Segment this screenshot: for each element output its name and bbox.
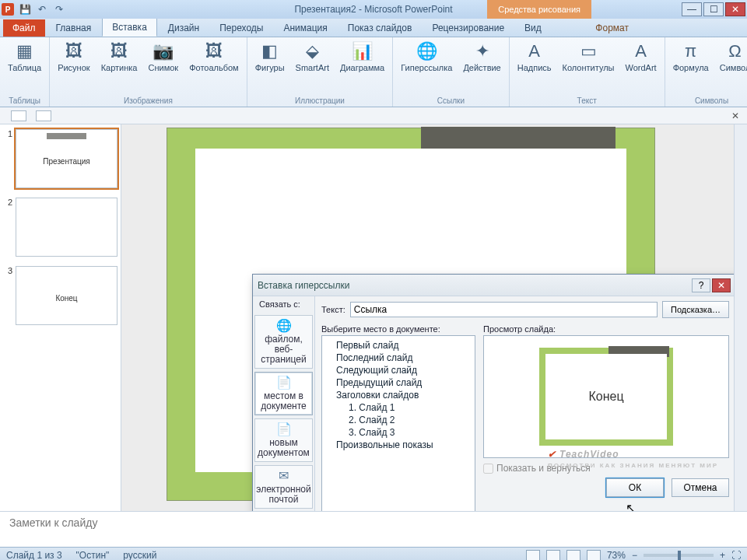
status-bar: Слайд 1 из 3 "Остин" русский 73% − + ⛶ [0,547,747,560]
thumbnail-slide-3[interactable]: Конец [16,266,117,325]
tab-design[interactable]: Дизайн [159,19,209,37]
tab-slideshow[interactable]: Показ слайдов [338,19,422,37]
symbol-button[interactable]: ΩСимвол [717,39,747,95]
zoom-in-button[interactable]: + [720,550,725,560]
action-button[interactable]: ✦Действие [460,39,503,95]
contextual-tab-drawing[interactable]: Средства рисования [487,0,591,19]
tab-home[interactable]: Главная [47,19,101,37]
group-label: Текст [577,95,597,107]
close-button[interactable]: ✕ [725,2,745,16]
tree-custom-shows[interactable]: Произвольные показы [327,439,470,451]
link-new-doc[interactable]: 📄новым документом [254,418,313,462]
titlebar: P 💾 ↶ ↷ Презентация2 - Microsoft PowerPo… [0,0,747,19]
notes-pane[interactable]: Заметки к слайду [0,511,747,547]
tree-last-slide[interactable]: Последний слайд [327,352,470,364]
thumb-number: 2 [3,198,12,257]
photoalbum-button[interactable]: 🖼Фотоальбом [186,39,242,95]
ribbon-tabs: Файл Главная Вставка Дизайн Переходы Ани… [0,19,747,37]
tab-transitions[interactable]: Переходы [210,19,272,37]
save-icon[interactable]: 💾 [19,3,31,16]
action-icon: ✦ [472,40,493,62]
vertical-scrollbar[interactable] [734,124,747,511]
close-pane-icon[interactable]: ✕ [731,110,739,121]
shapes-button[interactable]: ◧Фигуры [252,39,288,95]
ribbon-group-illustrations: ◧Фигуры ⬙SmartArt 📊Диаграмма Иллюстрации [247,37,394,107]
link-file-web[interactable]: 🌐файлом, веб-страницей [254,315,313,369]
headerfooter-button[interactable]: ▭Колонтитулы [559,39,618,95]
group-label: Таблицы [9,95,40,107]
equation-button[interactable]: πФормула [670,39,712,95]
minimize-button[interactable]: — [682,2,702,16]
link-place-doc[interactable]: 📄местом в документе [254,372,313,415]
tree-prev-slide[interactable]: Предыдущий слайд [327,376,470,389]
link-email[interactable]: ✉электронной почтой [254,465,313,509]
wordart-button[interactable]: AWordArt [622,39,660,95]
group-label: Иллюстрации [295,95,345,107]
textbox-button[interactable]: AНадпись [514,39,555,95]
clipart-icon: 🖼 [108,40,130,62]
thumb-row: 3 Конец [3,266,117,325]
undo-icon[interactable]: ↶ [36,3,48,16]
reading-view-button[interactable] [566,550,580,560]
ok-button[interactable]: ОК [606,478,664,497]
app-icon: P [2,3,14,16]
tab-animation[interactable]: Анимация [274,19,336,37]
dialog-close-button[interactable]: ✕ [712,278,731,292]
clipart-button[interactable]: 🖼Картинка [98,39,141,95]
redo-icon[interactable]: ↷ [53,3,65,16]
headerfooter-icon: ▭ [577,40,599,62]
wordart-icon: A [630,40,652,62]
link-target-sidebar: 🌐файлом, веб-страницей 📄местом в докумен… [253,296,315,511]
tree-slide-1[interactable]: 1. Слайд 1 [327,401,470,414]
ribbon-group-symbols: πФормула ΩСимвол Символы [665,37,747,107]
thumbnail-slide-2[interactable] [16,198,117,257]
tree-slide-titles[interactable]: Заголовки слайдов [327,389,470,401]
thumb-row: 1 Презентация [3,129,117,188]
screenshot-button[interactable]: 📷Снимок [145,39,181,95]
screentip-button[interactable]: Подсказка… [662,301,729,318]
table-button[interactable]: ▦Таблица [5,39,44,95]
picture-button[interactable]: 🖼Рисунок [54,39,93,95]
ribbon: ▦Таблица Таблицы 🖼Рисунок 🖼Картинка 📷Сни… [0,37,747,107]
smartart-button[interactable]: ⬙SmartArt [293,39,332,95]
chart-icon: 📊 [352,40,374,62]
thumbnail-slide-1[interactable]: Презентация [16,129,117,188]
theme-name: "Остин" [76,550,110,560]
link-text-input[interactable] [350,302,658,317]
fit-window-button[interactable]: ⛶ [731,550,741,560]
maximize-button[interactable]: ☐ [703,2,724,16]
preview-slide: Конец [539,348,673,446]
slideshow-view-button[interactable] [587,550,601,560]
tab-format[interactable]: Формат [586,19,638,37]
cancel-button[interactable]: Отмена [672,478,729,497]
document-icon: 📄 [276,376,292,390]
hyperlink-button[interactable]: 🌐Гиперссылка [398,39,455,95]
symbol-icon: Ω [724,40,746,62]
ribbon-group-links: 🌐Гиперссылка ✦Действие Ссылки [393,37,510,107]
chart-button[interactable]: 📊Диаграмма [337,39,388,95]
zoom-slider[interactable] [644,554,714,557]
outline-tab[interactable] [36,110,51,121]
normal-view-button[interactable] [526,550,540,560]
smartart-icon: ⬙ [301,40,323,62]
thumb-row: 2 [3,198,117,257]
textbox-icon: A [524,40,545,62]
tab-insert[interactable]: Вставка [102,18,157,37]
hyperlink-icon: 🌐 [416,40,437,62]
tree-next-slide[interactable]: Следующий слайд [327,364,470,376]
link-with-label: Связать с: [259,299,300,309]
slides-tab[interactable] [11,110,26,121]
tab-review[interactable]: Рецензирование [423,19,514,37]
zoom-out-button[interactable]: − [632,550,637,560]
tree-slide-3[interactable]: 3. Слайд 3 [327,426,470,439]
tree-slide-2[interactable]: 2. Слайд 2 [327,414,470,426]
dialog-help-button[interactable]: ? [692,278,710,292]
tree-first-slide[interactable]: Первый слайд [327,339,470,352]
shapes-icon: ◧ [259,40,281,62]
tab-file[interactable]: Файл [3,19,45,37]
slide-canvas[interactable]: Вставка гиперссылки ? ✕ Связать с: 🌐файл… [121,124,734,511]
tab-view[interactable]: Вид [515,19,551,37]
sorter-view-button[interactable] [546,550,560,560]
document-places-tree[interactable]: Первый слайд Последний слайд Следующий с… [321,335,475,511]
check-icon: ✔ [548,449,556,460]
